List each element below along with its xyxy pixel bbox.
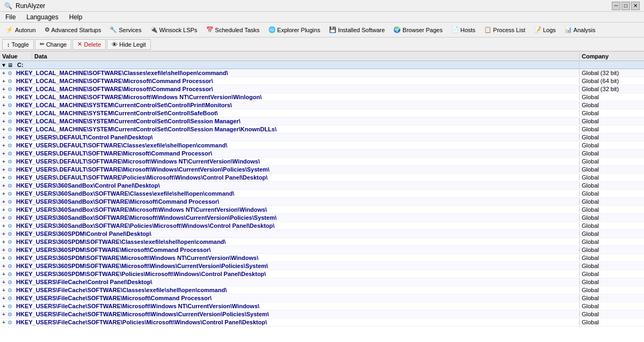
- table-row[interactable]: +⚙HKEY_LOCAL_MACHINE\SYSTEM\CurrentContr…: [0, 109, 644, 117]
- table-row[interactable]: +⚙HKEY_USERS\360SPDM\SOFTWARE\Microsoft\…: [0, 254, 644, 262]
- table-row[interactable]: +⚙HKEY_USERS\360SandBox\SOFTWARE\Microso…: [0, 206, 644, 214]
- expand-icon[interactable]: +: [0, 247, 8, 253]
- row-icon: ⚙: [8, 199, 15, 205]
- table-row[interactable]: +⚙HKEY_USERS\FileCache\SOFTWARE\Policies…: [0, 318, 644, 326]
- expand-icon[interactable]: +: [0, 255, 8, 261]
- expand-icon[interactable]: +: [0, 78, 8, 84]
- tab-analysis[interactable]: 📊 Analysis: [561, 25, 599, 35]
- expand-icon[interactable]: +: [0, 167, 8, 173]
- expand-icon[interactable]: +: [0, 311, 8, 317]
- table-row[interactable]: +⚙HKEY_USERS\360SPDM\Control Panel\Deskt…: [0, 230, 644, 238]
- table-row[interactable]: +⚙HKEY_USERS\360SPDM\SOFTWARE\Policies\M…: [0, 270, 644, 278]
- minimize-button[interactable]: ─: [612, 2, 620, 10]
- close-button[interactable]: ✕: [631, 2, 640, 10]
- tab-winsock-lsps[interactable]: 🔌 Winsock LSPs: [147, 25, 201, 35]
- tab-hosts[interactable]: 📄 Hosts: [448, 25, 479, 35]
- row-path: HKEY_USERS\FileCache\Control Panel\Deskt…: [15, 279, 580, 285]
- table-row[interactable]: +⚙HKEY_USERS\FileCache\SOFTWARE\Microsof…: [0, 294, 644, 302]
- expand-icon[interactable]: +: [0, 207, 8, 213]
- expand-icon[interactable]: ▼: [0, 62, 8, 68]
- maximize-button[interactable]: □: [621, 2, 630, 10]
- tab-explorer-plugins[interactable]: 🌐 Explorer Plugins: [265, 25, 324, 35]
- menu-languages[interactable]: Languages: [23, 12, 61, 22]
- row-icon: ⚙: [8, 102, 15, 108]
- expand-icon[interactable]: +: [0, 263, 8, 269]
- table-row[interactable]: +⚙HKEY_USERS\FileCache\SOFTWARE\Microsof…: [0, 302, 644, 310]
- table-row[interactable]: +⚙HKEY_USERS\FileCache\Control Panel\Des…: [0, 278, 644, 286]
- row-company: Global: [580, 142, 644, 148]
- menu-file[interactable]: File: [2, 12, 19, 22]
- expand-icon[interactable]: +: [0, 295, 8, 301]
- table-row[interactable]: +⚙HKEY_USERS\360SandBox\SOFTWARE\Microso…: [0, 198, 644, 206]
- title-bar: 🔍 RunAlyzer ─ □ ✕: [0, 0, 644, 12]
- expand-icon[interactable]: +: [0, 279, 8, 285]
- expand-icon[interactable]: +: [0, 102, 8, 108]
- toggle-button[interactable]: ↕ Toggle: [2, 39, 34, 50]
- expand-icon[interactable]: +: [0, 215, 8, 221]
- expand-icon[interactable]: +: [0, 151, 8, 157]
- expand-icon[interactable]: +: [0, 303, 8, 309]
- table-row[interactable]: +⚙HKEY_LOCAL_MACHINE\SYSTEM\CurrentContr…: [0, 125, 644, 133]
- change-button[interactable]: ✏ Change: [35, 39, 72, 50]
- delete-button[interactable]: ✕ Delete: [72, 39, 106, 50]
- group-header-c[interactable]: ▼ 🖥 C:: [0, 61, 644, 69]
- hide-legit-button[interactable]: 👁 Hide Legit: [107, 39, 151, 50]
- row-icon: ⚙: [8, 239, 15, 245]
- expand-icon[interactable]: +: [0, 191, 8, 197]
- expand-icon[interactable]: +: [0, 159, 8, 165]
- row-icon: ⚙: [8, 159, 15, 165]
- table-row[interactable]: +⚙HKEY_LOCAL_MACHINE\SOFTWARE\Microsoft\…: [0, 85, 644, 93]
- expand-icon[interactable]: +: [0, 223, 8, 229]
- table-row[interactable]: +⚙HKEY_USERS\360SandBox\SOFTWARE\Microso…: [0, 214, 644, 222]
- tab-services[interactable]: 🔧 Services: [106, 25, 145, 35]
- expand-icon[interactable]: +: [0, 135, 8, 140]
- title-bar-left: 🔍 RunAlyzer: [4, 2, 45, 10]
- table-row[interactable]: +⚙HKEY_LOCAL_MACHINE\SYSTEM\CurrentContr…: [0, 117, 644, 125]
- table-row[interactable]: +⚙HKEY_USERS\.DEFAULT\SOFTWARE\Policies\…: [0, 174, 644, 182]
- expand-icon[interactable]: +: [0, 94, 8, 100]
- table-row[interactable]: +⚙HKEY_USERS\FileCache\SOFTWARE\Microsof…: [0, 310, 644, 318]
- tab-browser-pages[interactable]: 🌍 Browser Pages: [390, 25, 447, 35]
- table-row[interactable]: +⚙HKEY_LOCAL_MACHINE\SOFTWARE\Microsoft\…: [0, 93, 644, 101]
- table-row[interactable]: +⚙HKEY_USERS\.DEFAULT\SOFTWARE\Microsoft…: [0, 158, 644, 166]
- menu-help[interactable]: Help: [66, 12, 86, 22]
- expand-icon[interactable]: +: [0, 231, 8, 237]
- table-row[interactable]: +⚙HKEY_LOCAL_MACHINE\SOFTWARE\Classes\ex…: [0, 69, 644, 77]
- tab-advanced-startups[interactable]: ⚙ Advanced Startups: [41, 25, 105, 35]
- row-icon: ⚙: [8, 215, 15, 221]
- tab-installed-software[interactable]: 💾 Installed Software: [325, 25, 389, 35]
- expand-icon[interactable]: +: [0, 86, 8, 92]
- table-row[interactable]: +⚙HKEY_USERS\FileCache\SOFTWARE\Classes\…: [0, 286, 644, 294]
- tab-process-list[interactable]: 📋 Process List: [480, 25, 529, 35]
- table-row[interactable]: +⚙HKEY_USERS\.DEFAULT\SOFTWARE\Classes\e…: [0, 142, 644, 150]
- table-row[interactable]: +⚙HKEY_USERS\.DEFAULT\SOFTWARE\Microsoft…: [0, 150, 644, 158]
- tab-autorun[interactable]: ⚡ Autorun: [2, 25, 40, 35]
- expand-icon[interactable]: +: [0, 183, 8, 189]
- action-toolbar: ↕ Toggle ✏ Change ✕ Delete 👁 Hide Legit: [0, 38, 644, 51]
- table-row[interactable]: +⚙HKEY_LOCAL_MACHINE\SOFTWARE\Microsoft\…: [0, 77, 644, 85]
- expand-icon[interactable]: +: [0, 175, 8, 181]
- table-row[interactable]: +⚙HKEY_USERS\360SPDM\SOFTWARE\Microsoft\…: [0, 246, 644, 254]
- expand-icon[interactable]: +: [0, 287, 8, 293]
- tab-logs[interactable]: 📝 Logs: [530, 25, 560, 35]
- expand-icon[interactable]: +: [0, 319, 8, 325]
- table-row[interactable]: +⚙HKEY_USERS\360SPDM\SOFTWARE\Classes\ex…: [0, 238, 644, 246]
- expand-icon[interactable]: +: [0, 239, 8, 245]
- expand-icon[interactable]: +: [0, 271, 8, 277]
- table-row[interactable]: +⚙HKEY_USERS\.DEFAULT\Control Panel\Desk…: [0, 133, 644, 142]
- expand-icon[interactable]: +: [0, 110, 8, 116]
- table-row[interactable]: +⚙HKEY_USERS\360SandBox\SOFTWARE\Classes…: [0, 190, 644, 198]
- table-body[interactable]: ▼ 🖥 C: +⚙HKEY_LOCAL_MACHINE\SOFTWARE\Cla…: [0, 61, 644, 342]
- expand-icon[interactable]: +: [0, 127, 8, 132]
- tab-scheduled-tasks[interactable]: 📅 Scheduled Tasks: [202, 25, 264, 35]
- expand-icon[interactable]: +: [0, 118, 8, 124]
- table-row[interactable]: +⚙HKEY_USERS\.DEFAULT\SOFTWARE\Microsoft…: [0, 166, 644, 174]
- table-row[interactable]: +⚙HKEY_USERS\360SandBox\Control Panel\De…: [0, 182, 644, 190]
- row-path: HKEY_USERS\360SPDM\SOFTWARE\Policies\Mic…: [15, 271, 580, 277]
- table-row[interactable]: +⚙HKEY_LOCAL_MACHINE\SYSTEM\CurrentContr…: [0, 101, 644, 109]
- table-row[interactable]: +⚙HKEY_USERS\360SPDM\SOFTWARE\Microsoft\…: [0, 262, 644, 270]
- table-row[interactable]: +⚙HKEY_USERS\360SandBox\SOFTWARE\Policie…: [0, 222, 644, 230]
- expand-icon[interactable]: +: [0, 199, 8, 205]
- expand-icon[interactable]: +: [0, 143, 8, 148]
- expand-icon[interactable]: +: [0, 70, 8, 76]
